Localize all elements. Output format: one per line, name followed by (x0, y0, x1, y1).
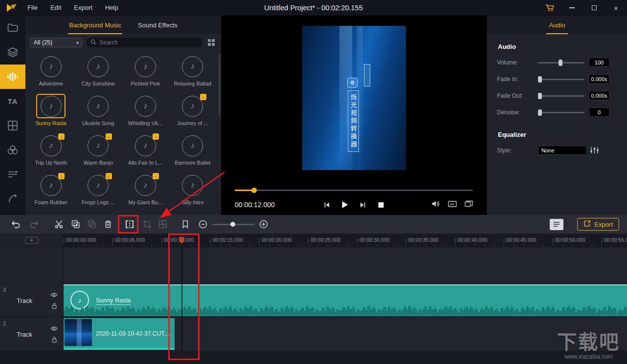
music-item-selected[interactable]: ♪ Sunny Rasta (27, 91, 75, 131)
stop-button[interactable] (376, 199, 386, 210)
sidebar-item-audio[interactable] (0, 64, 25, 89)
sidebar-item-subtitles[interactable] (0, 162, 25, 187)
music-item[interactable]: ♪↓ My Giant Bu... (122, 171, 169, 210)
track-lock-icon[interactable] (51, 302, 57, 309)
media-scrollbar[interactable] (219, 55, 221, 116)
marker-button[interactable] (180, 219, 191, 230)
ruler-scale[interactable]: 00:00:00.00000:00:05.00000:00:10.00000:0… (64, 234, 627, 247)
media-panel: Background Music Sound Effects All (25) … (25, 16, 221, 215)
play-button[interactable] (339, 199, 350, 210)
music-item[interactable]: ♪↓ Trip Up North (27, 131, 75, 171)
ruler-label: 00:00:00.000 (64, 234, 112, 243)
zoom-slider-handle[interactable] (230, 222, 235, 227)
video-clip[interactable]: 2020-11-03-10-42-37.CUT.... (64, 318, 175, 350)
audio-clip[interactable]: ♪ Sunny Rasta (64, 284, 627, 316)
menu-export[interactable]: Export (74, 4, 92, 11)
store-cart-icon[interactable] (539, 0, 561, 16)
zoom-out-button[interactable] (198, 219, 208, 230)
music-item[interactable]: ♪↓ Frogs Legs ... (75, 171, 122, 210)
seek-handle[interactable] (251, 188, 257, 193)
menu-help[interactable]: Help (105, 4, 118, 11)
seek-bar[interactable] (235, 190, 473, 191)
music-item[interactable]: ♪↓ Foam Rubber (27, 171, 75, 210)
download-icon[interactable]: ↓ (200, 94, 206, 100)
music-item[interactable]: ♪ Pickled Pink (122, 52, 169, 91)
fade-out-value-field[interactable] (589, 91, 609, 100)
copy-button[interactable] (70, 219, 81, 230)
download-icon[interactable]: ↓ (58, 173, 65, 179)
next-frame-button[interactable] (358, 199, 368, 210)
export-button[interactable]: Export (577, 218, 619, 231)
search-input[interactable] (99, 39, 198, 46)
paste-button[interactable] (87, 219, 97, 230)
music-item[interactable]: ♪↓ Alls Fair In L... (122, 131, 169, 171)
sidebar-item-elements[interactable] (0, 187, 25, 211)
music-item[interactable]: ♪ Whistling Uk... (122, 91, 169, 131)
music-disc-icon: ♪ (182, 56, 203, 77)
clip-waveform (64, 303, 627, 316)
music-item-label: Frogs Legs ... (82, 199, 114, 205)
volume-icon[interactable] (431, 200, 440, 209)
video-clip-label: 2020-11-03-10-42-37.CUT.... (96, 330, 171, 337)
track-visibility-icon[interactable] (50, 326, 58, 331)
undo-button[interactable] (11, 219, 22, 230)
sidebar-item-split-screen[interactable] (0, 113, 25, 138)
denoise-value-field[interactable] (589, 107, 609, 117)
grid-view-icon[interactable] (206, 38, 216, 47)
split-button[interactable] (124, 219, 135, 230)
volume-slider[interactable] (538, 62, 584, 64)
tab-background-music[interactable]: Background Music (68, 21, 122, 34)
fade-in-value-field[interactable] (589, 74, 609, 84)
fade-out-slider[interactable] (538, 95, 584, 97)
sidebar-item-filters[interactable] (0, 138, 25, 162)
style-dropdown[interactable]: None (538, 146, 587, 155)
music-item[interactable]: ♪↓ Warm Banjo (75, 131, 122, 171)
volume-value-field[interactable] (589, 58, 609, 67)
close-button[interactable]: × (605, 0, 627, 16)
zoom-in-button[interactable] (258, 219, 269, 230)
minimize-button[interactable] (561, 0, 583, 16)
category-dropdown[interactable]: All (25) ▾ (30, 38, 82, 47)
music-item[interactable]: ♪ Ukulele Song (75, 91, 122, 131)
mosaic-button[interactable] (157, 219, 168, 230)
track-lock-icon[interactable] (51, 336, 57, 343)
music-item[interactable]: ♪ Advertime (27, 52, 75, 91)
timeline-zoom-slider[interactable] (212, 224, 254, 225)
download-icon[interactable]: ↓ (106, 133, 112, 140)
ruler-label: 00:00:50.000 (553, 234, 602, 243)
fade-in-slider[interactable] (538, 79, 584, 80)
add-track-button[interactable]: + (25, 237, 39, 244)
sidebar-item-transitions[interactable] (0, 40, 25, 64)
sidebar-item-text[interactable]: TA (0, 89, 25, 113)
timeline-ruler[interactable]: + 00:00:00.00000:00:05.00000:00:10.00000… (0, 234, 627, 247)
music-item[interactable]: ♪ Barroom Ballet (169, 131, 217, 171)
previous-frame-button[interactable] (321, 199, 332, 210)
music-item[interactable]: ♪ City Sunshine (75, 52, 122, 91)
search-box[interactable] (86, 38, 202, 47)
export-list-button[interactable] (550, 219, 563, 230)
maximize-button[interactable] (583, 0, 605, 16)
music-item[interactable]: ♪↓ Journey of ... (169, 91, 217, 131)
redo-button[interactable] (28, 219, 39, 230)
download-icon[interactable]: ↓ (106, 173, 112, 179)
menu-file[interactable]: File (27, 4, 38, 11)
tab-audio[interactable]: Audio (546, 21, 567, 34)
download-icon[interactable]: ↓ (153, 133, 159, 140)
music-item[interactable]: ♪ Silly Intro (169, 171, 217, 210)
music-item[interactable]: ♪ Relaxing Ballad (169, 52, 217, 91)
equalizer-settings-icon[interactable] (590, 147, 599, 154)
tab-sound-effects[interactable]: Sound Effects (137, 21, 179, 34)
aspect-ratio-icon[interactable] (448, 200, 457, 209)
download-icon[interactable]: ↓ (58, 133, 65, 140)
media-tabs: Background Music Sound Effects (25, 16, 221, 34)
duplicate-screen-icon[interactable] (465, 200, 473, 209)
track-visibility-icon[interactable] (50, 292, 58, 298)
denoise-slider[interactable] (538, 112, 584, 113)
download-icon[interactable]: ↓ (153, 173, 159, 179)
music-item-label: Sunny Rasta (36, 120, 67, 126)
sidebar-item-media[interactable] (0, 16, 25, 40)
crop-button[interactable] (142, 219, 153, 230)
cut-button[interactable] (54, 219, 65, 230)
delete-button[interactable] (103, 219, 113, 230)
menu-edit[interactable]: Edit (50, 4, 61, 11)
